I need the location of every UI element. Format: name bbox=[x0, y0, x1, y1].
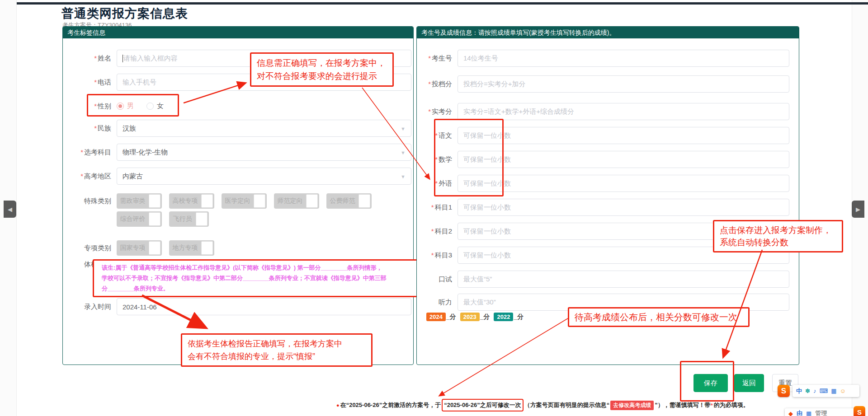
ime-emoji-icon[interactable]: ☺ bbox=[840, 388, 845, 394]
required-mark: * bbox=[431, 251, 434, 259]
subjects-select[interactable]: 物理-化学-生物▼ bbox=[117, 144, 411, 161]
page-title: 普通类网报方案信息表 bbox=[61, 5, 188, 22]
entry-date-label: 录入时间 bbox=[27, 298, 111, 315]
required-mark: * bbox=[428, 108, 431, 115]
program-chip-national[interactable]: 国家专项 bbox=[117, 240, 162, 256]
filing-score-input[interactable]: 投档分=实考分+加分 bbox=[458, 75, 789, 93]
special-chip-medical-directed[interactable]: 医学定向 bbox=[222, 193, 267, 209]
required-mark: * bbox=[80, 172, 83, 180]
actual-score-input[interactable]: 实考分=语文+数学+外语+综合成绩分 bbox=[458, 103, 789, 120]
region-select[interactable]: 内蒙古▼ bbox=[117, 168, 411, 185]
annotation-info-note: 信息需正确填写，在报考方案中， 对不符合报考要求的会进行提示 bbox=[250, 52, 394, 87]
special-chip-pilot[interactable]: 飞行员 bbox=[169, 211, 209, 227]
special-chip-normal-directed[interactable]: 师范定向 bbox=[274, 193, 319, 209]
year-badge: 2022 bbox=[494, 313, 513, 321]
program-chip-local[interactable]: 地方专项 bbox=[169, 240, 214, 256]
subjects-label: *选考科目 bbox=[27, 144, 111, 161]
special-chip-university-program[interactable]: 高校专项 bbox=[169, 193, 214, 209]
checkbox[interactable] bbox=[201, 194, 213, 208]
prev-arrow-button[interactable]: ◀ bbox=[4, 201, 16, 218]
scores-panel-header: 考生号及成绩信息：请按照成绩单填写(蒙授考生填写转换后的成绩)。 bbox=[417, 27, 799, 38]
ime-flame-icon[interactable]: ◆ bbox=[788, 410, 793, 416]
subject2-label: *科目2 bbox=[398, 223, 452, 240]
listening-label: 听力 bbox=[398, 294, 452, 311]
checkbox[interactable] bbox=[149, 241, 160, 255]
candidate-no-input[interactable]: 14位考生号 bbox=[458, 50, 789, 67]
ime-you-icon[interactable]: 由 bbox=[797, 409, 802, 416]
footer-part4: 的为必填项。 bbox=[714, 401, 749, 409]
top-divider bbox=[17, 2, 868, 5]
next-arrow-button[interactable]: ▶ bbox=[852, 201, 864, 218]
medical-report-line3: 分________条所列专业。 bbox=[102, 283, 169, 294]
checkbox[interactable] bbox=[254, 194, 265, 208]
subject3-label: *科目3 bbox=[398, 247, 452, 264]
annotation-save-note: 点击保存进入报考方案制作， 系统自动转换分数 bbox=[713, 220, 843, 252]
chevron-right-icon: ▶ bbox=[856, 206, 860, 213]
ime-manage-label[interactable]: 管理 bbox=[815, 409, 827, 416]
foreign-language-input[interactable]: 可保留一位小数 bbox=[458, 175, 789, 192]
year-badge: 2024 bbox=[426, 313, 446, 321]
annotation-gender-box bbox=[87, 94, 179, 117]
math-input[interactable]: 可保留一位小数 bbox=[458, 151, 789, 168]
text-cursor bbox=[123, 55, 123, 62]
ethnicity-select[interactable]: 汉族▼ bbox=[117, 120, 411, 137]
candidate-info-panel-header: 考生标签信息 bbox=[63, 27, 413, 38]
special-chip-public-normal[interactable]: 公费师范 bbox=[326, 193, 372, 209]
page: 普通类网报方案信息表 考生方案号：TZY3004136 考生标签信息 *姓名 请… bbox=[0, 0, 868, 416]
badge-2023: 2023_分 bbox=[460, 313, 490, 321]
chevron-left-icon: ◀ bbox=[8, 206, 12, 213]
checkbox[interactable] bbox=[201, 241, 213, 255]
candidate-no-label: *考生号 bbox=[398, 50, 452, 67]
actual-score-label: *实考分 bbox=[398, 103, 452, 120]
ime-grid2-icon[interactable]: ▦ bbox=[806, 410, 811, 416]
required-mark: * bbox=[428, 54, 431, 62]
checkbox[interactable] bbox=[306, 194, 318, 208]
year-badges: 2024_分 2023_分 2022_分 bbox=[426, 313, 524, 321]
oral-test-input[interactable]: 最大值“5” bbox=[458, 271, 789, 288]
special-category-label: 特殊类别 bbox=[27, 192, 111, 210]
medical-report-line1: 该生:属于《普通高等学校招生体检工作指导意见》(以下简称《指导意见》) 第一部分… bbox=[102, 262, 382, 273]
checkbox[interactable] bbox=[149, 212, 160, 226]
required-mark: * bbox=[94, 54, 97, 62]
subject1-input[interactable]: 可保留一位小数 bbox=[458, 199, 789, 216]
footer-notice: ● 在“2025-06-26”之前激活的方案号，于 “2025-06-26”之后… bbox=[336, 399, 749, 411]
back-button[interactable]: 返回 bbox=[734, 374, 764, 392]
year-badge: 2023 bbox=[460, 313, 480, 321]
special-chip-comprehensive[interactable]: 综合评价 bbox=[117, 211, 162, 227]
required-mark: * bbox=[80, 148, 83, 156]
required-mark: * bbox=[431, 227, 434, 235]
entry-date-input[interactable]: 2024-11-06 bbox=[117, 298, 411, 315]
ime-toolbar: 中 ✽ ♪ ⌨ ▦ ☺ bbox=[793, 385, 859, 397]
footer-part2: （方案号页面有明显的提示信息“ bbox=[524, 401, 610, 409]
badge-2022: 2022_分 bbox=[494, 313, 524, 321]
footer-boxed-date: “2025-06-26”之后可修改一次 bbox=[442, 399, 524, 411]
footer-part3: ”），需谨慎填写！带 bbox=[655, 401, 711, 409]
footer-part1: 在“2025-06-26”之前激活的方案号，于 bbox=[340, 401, 441, 409]
oral-test-label: 口试 bbox=[398, 271, 452, 288]
region-label: *高考地区 bbox=[27, 168, 111, 185]
required-mark: * bbox=[431, 203, 434, 211]
required-mark: * bbox=[94, 124, 97, 132]
required-mark: * bbox=[428, 80, 431, 88]
modify-score-chip[interactable]: 去修改高考成绩 bbox=[610, 401, 654, 410]
red-bullet-icon: ● bbox=[336, 402, 340, 408]
annotation-medical-note: 依据考生体检报告正确填写，在报考方案中 会有不符合填报的专业，提示“慎报” bbox=[181, 333, 373, 367]
medical-report-line2: 学校可以不予录取；不宜报考《指导意见》中第二部分________条所列专业；不宜… bbox=[102, 273, 387, 284]
ime-symbol-icon[interactable]: ✽ bbox=[805, 388, 810, 394]
ethnicity-label: *民族 bbox=[27, 120, 111, 137]
checkbox[interactable] bbox=[359, 194, 370, 208]
sogou-logo[interactable]: S bbox=[778, 385, 790, 397]
chinese-input[interactable]: 可保留一位小数 bbox=[458, 127, 789, 144]
required-mark: * bbox=[711, 402, 713, 409]
ime-grid-icon[interactable]: ▦ bbox=[831, 388, 836, 394]
program-category-label: 专项类别 bbox=[27, 239, 111, 257]
checkbox[interactable] bbox=[149, 194, 160, 208]
save-button[interactable]: 保存 bbox=[693, 374, 728, 392]
checkbox[interactable] bbox=[196, 212, 208, 226]
ime-toolbar-partial: ◆ 由 ▦ 管理 bbox=[785, 408, 856, 416]
name-label: *姓名 bbox=[27, 50, 111, 67]
ime-keyboard-icon[interactable]: ⌨ bbox=[819, 388, 828, 394]
ime-mic-icon[interactable]: ♪ bbox=[813, 388, 816, 394]
special-chip-political-review[interactable]: 需政审类 bbox=[117, 193, 162, 209]
ime-lang-icon[interactable]: 中 bbox=[796, 387, 802, 395]
